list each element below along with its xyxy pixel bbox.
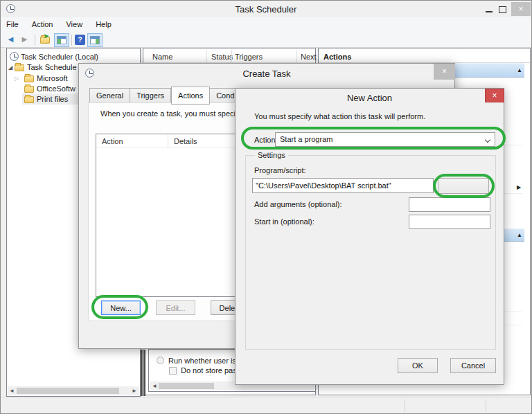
- scroll-right-icon[interactable]: ►: [132, 387, 137, 395]
- toolbar-separator: [71, 35, 72, 46]
- close-button[interactable]: ×: [511, 2, 531, 16]
- action-pane-toggle-icon[interactable]: [87, 33, 103, 47]
- tree-root-item[interactable]: Task Scheduler (Local): [21, 53, 98, 61]
- back-icon[interactable]: ◄: [6, 34, 15, 45]
- program-script-input[interactable]: [252, 178, 434, 193]
- window-title: Task Scheduler: [1, 4, 531, 15]
- cancel-button[interactable]: Cancel: [450, 358, 496, 373]
- new-action-close-button[interactable]: ×: [485, 89, 504, 102]
- column-triggers[interactable]: Triggers: [235, 53, 263, 61]
- tree-item-print-files[interactable]: Print files: [37, 95, 68, 103]
- column-status[interactable]: Status: [211, 53, 233, 61]
- create-task-close-button[interactable]: ×: [434, 64, 455, 80]
- expander-open-icon[interactable]: ◢: [8, 64, 12, 71]
- scrollbar-thumb[interactable]: [17, 388, 119, 394]
- new-action-instruction: You must specify what action this task w…: [254, 112, 425, 120]
- minimize-button[interactable]: [486, 11, 493, 12]
- tab-triggers[interactable]: Triggers: [130, 88, 171, 103]
- new-action-button[interactable]: New...: [101, 300, 141, 315]
- ok-button[interactable]: OK: [398, 358, 438, 373]
- list-header-row: Name Status Triggers Next: [143, 48, 315, 63]
- start-in-input[interactable]: [409, 215, 490, 229]
- action-combobox-value: Start a program: [280, 135, 332, 143]
- tree-item-library[interactable]: Task Schedule: [27, 63, 77, 71]
- console-tree-toggle-icon[interactable]: [54, 33, 69, 47]
- submenu-arrow-icon[interactable]: ▶: [517, 184, 521, 190]
- settings-group-label: Settings: [255, 151, 288, 159]
- status-bar-divider: [486, 399, 486, 412]
- folder-icon: [24, 75, 34, 82]
- new-action-dialog: New Action × You must specify what actio…: [235, 88, 504, 385]
- menu-action[interactable]: Action: [26, 17, 59, 31]
- do-not-store-checkbox-label: Do not store pas: [181, 366, 237, 375]
- edit-action-button[interactable]: Edit...: [156, 300, 195, 315]
- toolbar: ◄ ► ➤ ?: [1, 33, 531, 48]
- column-action[interactable]: Action: [102, 137, 123, 145]
- menu-help[interactable]: Help: [90, 17, 117, 31]
- actions-tab-description: When you create a task, you must specify…: [100, 109, 254, 118]
- pane-vertical-scrollbar[interactable]: [141, 350, 145, 396]
- scrollbar-thumb[interactable]: [159, 383, 214, 389]
- action-combobox[interactable]: Start a program: [275, 132, 495, 147]
- status-bar: [1, 397, 531, 413]
- expander-closed-icon[interactable]: ▷: [15, 75, 19, 82]
- action-label: Action:: [254, 136, 278, 144]
- menu-file[interactable]: File: [1, 17, 24, 31]
- tree-root-clock-icon: [10, 52, 19, 61]
- forward-icon[interactable]: ►: [20, 34, 29, 45]
- browse-button[interactable]: [438, 178, 489, 194]
- column-name[interactable]: Name: [152, 53, 172, 61]
- library-folder-icon: [15, 64, 24, 71]
- help-icon[interactable]: ?: [75, 35, 85, 45]
- tree-item-officesoftware[interactable]: OfficeSoftw: [37, 84, 76, 93]
- actions-panel-title: Actions: [323, 53, 351, 61]
- scroll-left-icon[interactable]: ◄: [9, 387, 15, 395]
- do-not-store-checkbox[interactable]: [169, 367, 177, 375]
- title-bar: Task Scheduler ×: [1, 1, 531, 17]
- status-bar-divider: [405, 399, 405, 412]
- tree-horizontal-scrollbar[interactable]: ◄ ►: [8, 386, 139, 395]
- tree-item-microsoft[interactable]: Microsoft: [37, 74, 68, 82]
- column-next[interactable]: Next: [301, 53, 317, 61]
- menu-view[interactable]: View: [60, 17, 88, 31]
- column-separator[interactable]: [296, 50, 297, 62]
- collapse-icon[interactable]: ▲: [517, 232, 522, 238]
- run-whether-radio[interactable]: [157, 357, 164, 364]
- tab-actions[interactable]: Actions: [171, 87, 210, 105]
- column-separator[interactable]: [168, 134, 168, 147]
- scroll-left-icon[interactable]: ◄: [152, 382, 157, 390]
- task-scheduler-window: Task Scheduler × File Action View Help ◄…: [0, 0, 532, 414]
- add-arguments-input[interactable]: [409, 197, 490, 212]
- add-arguments-label: Add arguments (optional):: [254, 200, 342, 208]
- column-separator[interactable]: [231, 50, 232, 62]
- create-task-title: Create Task: [79, 69, 454, 79]
- folder-icon: [24, 86, 34, 93]
- maximize-button[interactable]: [499, 6, 506, 13]
- start-in-label: Start in (optional):: [254, 217, 314, 226]
- chevron-down-icon: [485, 137, 490, 143]
- column-separator[interactable]: [206, 50, 207, 62]
- run-whether-radio-label: Run whether user is l: [168, 357, 240, 365]
- program-script-label: Program/script:: [254, 166, 306, 174]
- folder-icon: [24, 96, 34, 103]
- tab-general[interactable]: General: [89, 88, 130, 103]
- new-action-title: New Action: [236, 93, 504, 103]
- column-details[interactable]: Details: [174, 137, 197, 145]
- menu-bar: File Action View Help: [1, 17, 531, 33]
- toolbar-separator: [35, 35, 35, 46]
- collapse-icon[interactable]: ▲: [517, 67, 522, 73]
